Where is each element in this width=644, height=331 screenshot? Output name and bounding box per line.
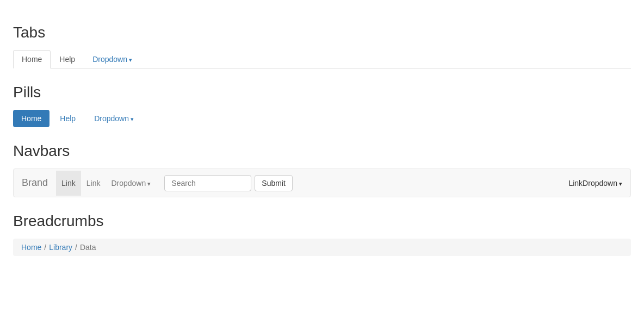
breadcrumb-item-data: Data: [80, 243, 96, 252]
pill-item-dropdown: Dropdown: [86, 110, 142, 127]
navbar-left-link-2: Link: [81, 171, 106, 196]
navbars-section: Navbars Brand Link Link Dropdown Submit …: [13, 142, 631, 197]
breadcrumb-link-library[interactable]: Library: [49, 243, 72, 252]
breadcrumb-separator-2: /: [75, 243, 77, 252]
breadcrumb-active-label: Data: [80, 243, 96, 252]
breadcrumbs-section: Breadcrumbs Home / Library / Data: [13, 213, 631, 256]
navbar: Brand Link Link Dropdown Submit Link Dro…: [13, 168, 631, 197]
tabs-nav: Home Help Dropdown: [13, 50, 631, 68]
navbar-link-dropdown[interactable]: Dropdown: [106, 171, 156, 196]
pill-link-home[interactable]: Home: [13, 110, 49, 127]
pill-link-help[interactable]: Help: [52, 110, 84, 127]
tab-item-dropdown: Dropdown: [84, 50, 141, 68]
navbar-left-link-1: Link: [56, 171, 81, 196]
tab-item-home: Home: [13, 50, 51, 68]
breadcrumb-separator-1: /: [44, 243, 46, 252]
navbar-link-link2[interactable]: Link: [81, 171, 106, 196]
navbar-right-link-item[interactable]: Link: [568, 179, 583, 188]
navbar-right-dropdown: Dropdown: [583, 179, 622, 188]
pill-item-home: Home: [13, 110, 49, 127]
pill-link-dropdown[interactable]: Dropdown: [86, 110, 142, 127]
pills-nav: Home Help Dropdown: [13, 110, 631, 127]
breadcrumb-link-home[interactable]: Home: [21, 243, 41, 252]
navbars-heading: Navbars: [13, 142, 631, 160]
navbar-link-link1[interactable]: Link: [56, 171, 81, 196]
pills-section: Pills Home Help Dropdown: [13, 84, 631, 127]
breadcrumb-nav: Home / Library / Data: [13, 239, 631, 256]
tabs-section: Tabs Home Help Dropdown: [13, 24, 631, 68]
navbar-submit-button[interactable]: Submit: [255, 175, 293, 191]
pills-heading: Pills: [13, 84, 631, 101]
breadcrumbs-heading: Breadcrumbs: [13, 213, 631, 230]
navbar-search-input[interactable]: [164, 175, 251, 191]
pill-item-help: Help: [52, 110, 84, 127]
tab-link-dropdown[interactable]: Dropdown: [84, 50, 141, 68]
navbar-right-dropdown-link[interactable]: Dropdown: [583, 179, 622, 188]
navbar-left-nav: Link Link Dropdown: [56, 171, 156, 196]
navbar-right-link: Link: [568, 179, 583, 188]
navbar-search-form: Submit: [164, 175, 293, 191]
tabs-heading: Tabs: [13, 24, 631, 41]
breadcrumb-item-home: Home: [21, 243, 41, 252]
tab-link-help[interactable]: Help: [51, 50, 84, 68]
tab-link-home[interactable]: Home: [13, 50, 51, 68]
tab-item-help: Help: [51, 50, 84, 68]
navbar-right-nav: Link Dropdown: [568, 179, 622, 188]
navbar-left-dropdown: Dropdown: [106, 171, 156, 196]
navbar-brand[interactable]: Brand: [22, 169, 48, 197]
breadcrumb-item-library: Library: [49, 243, 72, 252]
